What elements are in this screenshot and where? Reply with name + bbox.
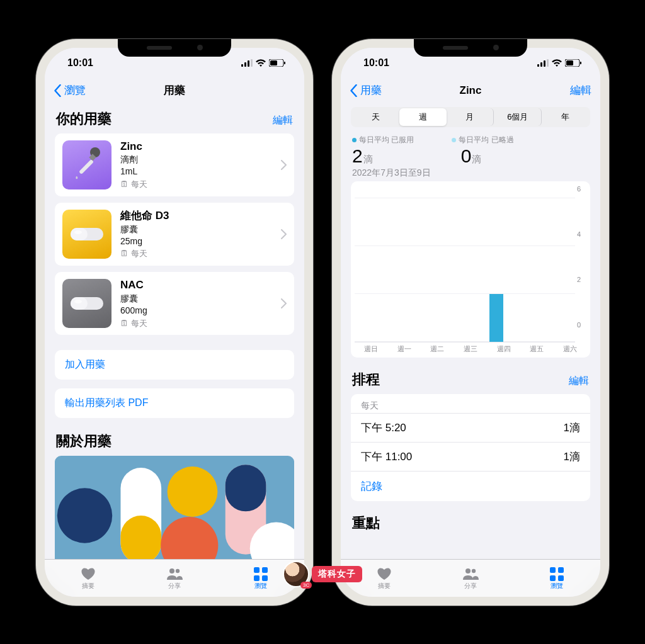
chart-plot: [355, 185, 575, 342]
watermark: 3C 塔科女子: [283, 561, 362, 587]
med-row-d3[interactable]: 維他命 D3 膠囊 25mg 🗓 每天: [55, 203, 294, 266]
chevron-right-icon: [281, 298, 287, 308]
med-name: NAC: [120, 278, 281, 293]
svg-point-12: [74, 230, 82, 234]
med-icon: [62, 210, 111, 259]
content-left[interactable]: 你的用藥 編輯 Zinc 滴劑 1mL 🗓 每天: [45, 103, 304, 559]
about-title: 關於用藥: [56, 432, 111, 451]
med-form: 膠囊: [120, 223, 281, 235]
nav-bar: 瀏覽 用藥: [45, 78, 304, 103]
status-right: [241, 59, 285, 67]
svg-point-20: [168, 466, 218, 517]
nav-bar: 用藥 Zinc 編輯: [341, 78, 600, 103]
svg-rect-0: [241, 64, 243, 67]
med-row-nac[interactable]: NAC 膠囊 600mg 🗓 每天: [55, 272, 294, 335]
svg-rect-19: [121, 516, 162, 558]
schedule-dose: 1滴: [564, 449, 580, 464]
med-freq: 🗓 每天: [120, 179, 281, 190]
svg-rect-31: [537, 64, 539, 67]
svg-rect-42: [550, 575, 556, 581]
notch: [118, 39, 231, 57]
section-header-about: 關於用藥: [55, 418, 294, 456]
svg-point-15: [74, 300, 82, 303]
schedule-dose: 1滴: [564, 421, 580, 435]
segment-month[interactable]: 月: [447, 108, 494, 126]
back-button[interactable]: 瀏覽: [54, 83, 86, 98]
battery-icon: [269, 59, 285, 67]
chart-bar[interactable]: [489, 294, 503, 342]
svg-rect-3: [251, 59, 253, 67]
signal-icon: [537, 59, 549, 67]
med-freq: 🗓 每天: [120, 248, 281, 259]
section-header-schedule: 排程 編輯: [351, 358, 590, 394]
med-form: 膠囊: [120, 293, 281, 305]
section-header-highlights: 重點: [351, 501, 590, 538]
chart-area[interactable]: 6420: [355, 185, 586, 342]
tab-share[interactable]: 分享: [131, 560, 217, 597]
segment-6month[interactable]: 6個月: [494, 108, 542, 126]
section-title: 你的用藥: [56, 110, 111, 128]
about-hero-image[interactable]: [55, 456, 294, 558]
heart-icon: [80, 566, 96, 581]
time-range-segment: 天 週 月 6個月 年: [351, 107, 590, 127]
schedule-time: 下午 11:00: [361, 449, 412, 464]
svg-rect-9: [79, 159, 94, 174]
tab-share[interactable]: 分享: [427, 560, 513, 597]
pills-illustration: [55, 456, 294, 558]
tab-label: 瀏覽: [551, 582, 563, 590]
content-right[interactable]: 天 週 月 6個月 年 每日平均 已服用 每日平均 已略過 2滴 0滴 2022…: [341, 103, 600, 559]
chart-card: 6420 週日週一週二週三週四週五週六: [351, 181, 590, 358]
med-row-zinc[interactable]: Zinc 滴劑 1mL 🗓 每天: [55, 133, 294, 196]
schedule-row[interactable]: 下午 5:20 1滴: [351, 413, 590, 442]
schedule-row[interactable]: 下午 11:00 1滴: [351, 442, 590, 471]
svg-rect-1: [244, 62, 246, 67]
svg-rect-36: [566, 60, 573, 65]
svg-rect-37: [580, 62, 581, 64]
people-icon: [166, 566, 183, 581]
edit-schedule-button[interactable]: 編輯: [569, 375, 589, 388]
phone-device-right: 10:01 用藥 Zinc 編輯 天 週 月 6個月 年: [332, 39, 609, 606]
tab-label: 分享: [464, 582, 477, 590]
back-label: 用藥: [360, 83, 382, 98]
svg-point-38: [465, 568, 471, 573]
svg-rect-33: [544, 60, 545, 67]
capsule-icon: [69, 225, 105, 243]
legend-taken: 每日平均 已服用: [352, 135, 414, 145]
capsule-icon: [69, 295, 105, 312]
tab-summary[interactable]: 摘要: [45, 560, 131, 597]
tab-label: 分享: [168, 582, 181, 590]
segment-day[interactable]: 天: [352, 108, 399, 126]
svg-rect-11: [71, 228, 88, 240]
stat-taken: 2滴: [352, 145, 373, 167]
svg-rect-30: [262, 575, 268, 581]
back-button[interactable]: 用藥: [350, 83, 382, 98]
legend-skipped: 每日平均 已略過: [452, 135, 513, 145]
edit-button[interactable]: 編輯: [570, 83, 591, 98]
date-range: 2022年7月3日至9日: [351, 167, 590, 181]
record-button[interactable]: 記錄: [351, 471, 590, 501]
svg-point-17: [57, 489, 112, 543]
people-icon: [462, 566, 479, 581]
add-med-button[interactable]: 加入用藥: [55, 350, 294, 380]
segment-week[interactable]: 週: [399, 108, 447, 126]
segment-year[interactable]: 年: [542, 108, 589, 126]
tab-browse[interactable]: 瀏覽: [514, 560, 600, 597]
med-dose: 25mg: [120, 235, 281, 247]
edit-meds-button[interactable]: 編輯: [273, 114, 293, 127]
notch: [414, 39, 527, 57]
export-pdf-button[interactable]: 輸出用藥列表 PDF: [55, 388, 294, 418]
med-icon: [62, 279, 111, 328]
svg-rect-14: [71, 297, 88, 310]
tab-label: 摘要: [82, 582, 94, 590]
svg-rect-40: [550, 567, 556, 573]
svg-rect-5: [270, 60, 277, 65]
med-dose: 600mg: [120, 305, 281, 317]
chart-legend: 每日平均 已服用 每日平均 已略過: [351, 131, 590, 145]
chart-xaxis: 週日週一週二週三週四週五週六: [355, 342, 586, 356]
svg-point-25: [169, 568, 174, 573]
svg-point-26: [176, 568, 180, 572]
phone-device-left: 10:01 瀏覽 用藥 你的用藥 編輯: [36, 39, 313, 606]
med-form: 滴劑: [120, 154, 281, 166]
schedule-title: 排程: [352, 370, 380, 389]
tab-bar: 摘要 分享 瀏覽: [341, 559, 600, 597]
